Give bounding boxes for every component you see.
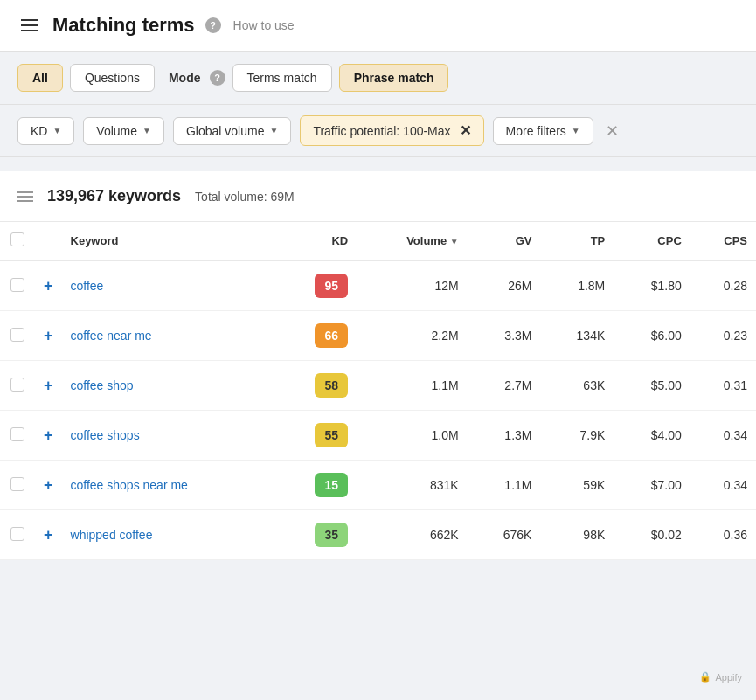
- table-row: + coffee shops near me 15 831K 1.1M 59K …: [0, 461, 756, 510]
- row-cps-cell: 0.23: [690, 311, 756, 361]
- keyword-link[interactable]: coffee: [71, 279, 104, 293]
- watermark-icon: 🔒: [699, 671, 711, 683]
- more-filters[interactable]: More filters ▼: [493, 117, 593, 145]
- row-checkbox[interactable]: [10, 378, 24, 392]
- row-plus-cell: +: [35, 461, 62, 510]
- row-checkbox-cell: [0, 510, 35, 560]
- summary-icon: [17, 191, 33, 202]
- row-checkbox-cell: [0, 461, 35, 510]
- header-tp: TP: [540, 222, 614, 260]
- row-plus-cell: +: [35, 510, 62, 560]
- tab-questions[interactable]: Questions: [70, 64, 155, 92]
- row-plus-cell: +: [35, 361, 62, 411]
- keyword-link[interactable]: coffee shop: [71, 378, 134, 392]
- keyword-link[interactable]: coffee shops near me: [71, 478, 188, 492]
- row-tp-cell: 7.9K: [540, 411, 614, 461]
- kd-filter-label: KD: [31, 124, 47, 138]
- row-checkbox-cell: [0, 311, 35, 361]
- page-title: Matching terms: [52, 14, 195, 37]
- volume-filter[interactable]: Volume ▼: [83, 117, 164, 145]
- how-to-use-link[interactable]: How to use: [233, 18, 295, 32]
- tab-terms-match[interactable]: Terms match: [232, 64, 332, 92]
- row-checkbox[interactable]: [10, 278, 24, 292]
- total-volume: Total volume: 69M: [195, 190, 295, 204]
- tab-all[interactable]: All: [17, 64, 63, 92]
- row-kd-cell: 95: [276, 260, 357, 311]
- keywords-table: Keyword KD Volume ▼ GV TP CPC CPS + coff…: [0, 222, 756, 560]
- row-tp-cell: 63K: [540, 361, 614, 411]
- kd-badge: 95: [315, 274, 348, 298]
- row-tp-cell: 59K: [540, 461, 614, 510]
- watermark-text: Appify: [715, 672, 742, 683]
- row-volume-cell: 831K: [357, 461, 467, 510]
- table-row: + coffee shop 58 1.1M 2.7M 63K $5.00 0.3…: [0, 361, 756, 411]
- header-volume[interactable]: Volume ▼: [357, 222, 467, 260]
- more-filters-arrow: ▼: [572, 126, 580, 135]
- keyword-link[interactable]: coffee near me: [71, 329, 152, 343]
- traffic-potential-close-icon[interactable]: ✕: [460, 122, 471, 139]
- row-kd-cell: 66: [276, 311, 357, 361]
- row-checkbox[interactable]: [10, 427, 24, 441]
- keyword-link[interactable]: coffee shops: [71, 428, 140, 442]
- row-tp-cell: 98K: [540, 510, 614, 560]
- row-cps-cell: 0.34: [690, 461, 756, 510]
- header-keyword: Keyword: [62, 222, 277, 260]
- global-volume-filter-arrow: ▼: [269, 126, 278, 135]
- kd-filter-arrow: ▼: [52, 126, 61, 135]
- global-volume-filter[interactable]: Global volume ▼: [173, 117, 291, 145]
- keyword-link[interactable]: whipped coffee: [71, 528, 153, 542]
- row-cps-cell: 0.31: [690, 361, 756, 411]
- row-keyword-cell: coffee shops: [62, 411, 277, 461]
- select-all-checkbox[interactable]: [10, 232, 24, 246]
- row-kd-cell: 35: [276, 510, 357, 560]
- row-checkbox[interactable]: [10, 527, 24, 541]
- kd-badge: 15: [315, 473, 348, 497]
- kd-filter[interactable]: KD ▼: [17, 117, 74, 145]
- traffic-potential-label: Traffic potential: 100-Max: [313, 124, 450, 138]
- watermark: 🔒 Appify: [699, 671, 742, 683]
- help-icon[interactable]: ?: [205, 17, 221, 33]
- kd-badge: 58: [315, 373, 348, 398]
- mode-help-icon[interactable]: ?: [210, 70, 225, 86]
- row-add-button[interactable]: +: [44, 526, 53, 544]
- clear-filters-icon[interactable]: ✕: [602, 118, 622, 144]
- row-cps-cell: 0.34: [690, 411, 756, 461]
- row-gv-cell: 1.3M: [468, 411, 541, 461]
- row-checkbox-cell: [0, 260, 35, 311]
- row-add-button[interactable]: +: [44, 426, 53, 444]
- row-gv-cell: 1.1M: [468, 461, 541, 510]
- row-cps-cell: 0.36: [690, 510, 756, 560]
- header-kd: KD: [276, 222, 357, 260]
- global-volume-filter-label: Global volume: [186, 124, 265, 138]
- row-kd-cell: 15: [276, 461, 357, 510]
- row-add-button[interactable]: +: [44, 277, 53, 295]
- row-keyword-cell: whipped coffee: [62, 510, 277, 560]
- header-checkbox-col: [0, 222, 35, 260]
- volume-filter-arrow: ▼: [142, 126, 151, 135]
- tabs-bar: All Questions Mode ? Terms match Phrase …: [0, 52, 756, 105]
- row-checkbox[interactable]: [10, 477, 24, 491]
- row-kd-cell: 58: [276, 361, 357, 411]
- row-keyword-cell: coffee shops near me: [62, 461, 277, 510]
- kd-badge: 35: [315, 523, 348, 547]
- row-volume-cell: 1.1M: [357, 361, 467, 411]
- hamburger-menu-icon[interactable]: [17, 16, 42, 35]
- tab-phrase-match[interactable]: Phrase match: [339, 64, 449, 92]
- kd-badge: 55: [315, 423, 348, 447]
- table-header-row: Keyword KD Volume ▼ GV TP CPC CPS: [0, 222, 756, 260]
- row-plus-cell: +: [35, 311, 62, 361]
- header-cps: CPS: [690, 222, 756, 260]
- traffic-potential-filter: Traffic potential: 100-Max ✕: [300, 115, 483, 146]
- keywords-count: 139,967 keywords: [47, 187, 181, 205]
- row-gv-cell: 3.3M: [468, 311, 541, 361]
- row-tp-cell: 1.8M: [540, 260, 614, 311]
- row-keyword-cell: coffee near me: [62, 311, 277, 361]
- row-cpc-cell: $1.80: [614, 260, 690, 311]
- header-plus-col: [35, 222, 62, 260]
- volume-filter-label: Volume: [96, 124, 137, 138]
- row-add-button[interactable]: +: [44, 476, 53, 494]
- row-checkbox[interactable]: [10, 328, 24, 342]
- table-row: + coffee shops 55 1.0M 1.3M 7.9K $4.00 0…: [0, 411, 756, 461]
- row-add-button[interactable]: +: [44, 327, 53, 344]
- row-add-button[interactable]: +: [44, 377, 53, 394]
